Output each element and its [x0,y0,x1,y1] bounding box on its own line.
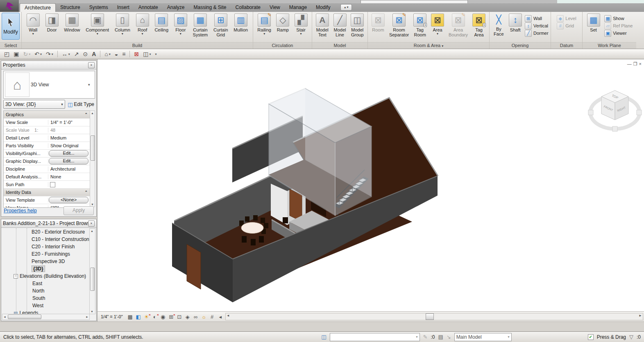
crop-view-icon[interactable]: ⊞× [167,314,175,320]
ribbon-button-area[interactable]: ⊠Area▾ [430,13,445,36]
tab-view[interactable]: View [265,3,285,12]
save-button[interactable]: ▣ [14,51,19,57]
ribbon-button-floor[interactable]: ▨Floor▾ [173,13,188,36]
close-hidden-windows-button[interactable]: ⊠ [134,51,139,57]
type-selector[interactable]: ⌂ 3D View ▾ [3,71,95,99]
panel-label-work-plane[interactable]: Work Plane [583,42,636,49]
undo-button[interactable]: ↶▾ [34,51,42,57]
ribbon-button-show-work-plane[interactable]: ▦Show [604,15,633,22]
browser-horizontal-scrollbar[interactable]: ◄► [2,314,90,320]
ribbon-button-shaft[interactable]: ↕Shaft [508,13,523,33]
property-section-graphics[interactable]: Graphics⌃ [4,111,90,119]
properties-close-icon[interactable]: × [88,62,95,68]
property-row[interactable]: Sun Path [4,181,90,189]
switch-windows-button[interactable]: ◫▾ [143,51,151,57]
panel-label-build[interactable]: Build [22,42,253,49]
ribbon-button-curtain-grid[interactable]: ⊞CurtainGrid [213,13,229,38]
view-template-button[interactable]: <None> [49,197,88,203]
tree-item[interactable]: West [2,302,90,309]
edit-graphic-display-button[interactable]: Edit... [49,158,88,164]
properties-title-bar[interactable]: Properties× [1,61,96,70]
ribbon-button-stair[interactable]: ▞Stair▾ [294,13,308,36]
tag-by-category-button[interactable]: ⊙ [83,51,88,57]
design-options-icon[interactable]: ▤ [438,334,443,340]
revit-app-logo[interactable] [0,0,19,12]
ribbon-button-model-text[interactable]: AModelText [315,13,330,38]
measure-button[interactable]: ↔▾ [62,51,70,57]
ribbon-button-ramp[interactable]: ◇Ramp [275,13,290,33]
tab-annotate[interactable]: Annotate [134,3,163,12]
tab-architecture[interactable]: Architecture [20,3,56,12]
ribbon-button-room-separator[interactable]: ⊠✎RoomSeparator [388,13,410,38]
crop-region-icon[interactable]: ⊡ [175,314,184,320]
ribbon-button-mullion[interactable]: ▥Mullion [233,13,249,33]
sun-path-checkbox[interactable] [50,182,55,187]
type-selector-dropdown-icon[interactable]: ▾ [88,83,95,87]
sun-path-icon[interactable]: ☀× [143,314,151,320]
reveal-hidden-elements-icon[interactable]: ☼ [200,314,208,320]
active-only-icon[interactable]: ↘ [447,334,451,340]
tab-analyze[interactable]: Analyze [163,3,189,12]
viewport-horizontal-scrollbar[interactable]: ◄► [225,313,643,320]
panel-label-room-area[interactable]: Room & Area ▾ [368,42,489,49]
analytical-model-icon[interactable]: # [208,314,216,320]
property-row[interactable]: Visibility/Graphi...Edit... [4,150,90,158]
detail-level-icon[interactable]: ▩ [126,314,134,320]
rendering-icon[interactable]: ◉ [159,314,167,320]
tab-modify[interactable]: Modify [311,3,335,12]
tab-manage[interactable]: Manage [285,3,311,12]
tab-structure[interactable]: Structure [56,3,85,12]
tree-item[interactable]: E20 - Furnishings [2,250,90,258]
press-drag-checkbox[interactable]: ✔ [588,334,594,340]
tree-item[interactable]: C10 - Interior Construction [2,236,90,243]
property-row[interactable]: DisciplineArchitectural [4,165,90,173]
property-row[interactable]: Parts VisibilityShow Original [4,142,90,150]
tree-item[interactable]: Perspective 3D [2,258,90,265]
ribbon-button-column[interactable]: ▯Column▾ [114,13,131,36]
view-window-controls[interactable]: —❐× [627,61,643,67]
properties-scrollbar[interactable]: ▲▼ [90,110,95,207]
drawing-area[interactable]: TOP FRONT RIGHT —❐× 1/4" = 1'-0" ▩ ◧ ☀× … [97,59,644,322]
locked-3d-view-icon[interactable]: ◈ [184,314,192,320]
ribbon-button-roof[interactable]: ⌂Roof▾ [135,13,150,36]
ribbon-button-set[interactable]: ▦Set [586,13,601,33]
ribbon-button-window[interactable]: ▦Window [63,13,81,33]
panel-label-model[interactable]: Model [312,42,367,49]
sync-button[interactable]: ↻▾ [23,51,30,57]
aligned-dimension-button[interactable]: ↗ [74,51,79,57]
property-row[interactable]: View Template<None> [4,196,90,204]
visual-style-icon[interactable]: ◧ [134,314,143,320]
panel-label-opening[interactable]: Opening [490,42,551,49]
scale-label[interactable]: 1/4" = 1'-0" [98,314,126,319]
worksets-icon[interactable]: ◫ [321,334,326,340]
ribbon-button-door[interactable]: ◨Door [45,13,59,33]
tab-systems[interactable]: Systems [85,3,113,12]
ribbon-button-curtain-system[interactable]: ▦CurtainSystem [192,13,209,38]
property-row[interactable]: Detail LevelMedium [4,134,90,142]
properties-help-link[interactable]: Properties help [4,208,37,214]
ribbon-button-ceiling[interactable]: ▤Ceiling [154,13,169,33]
open-button[interactable]: ◰ [4,51,9,57]
tree-item[interactable]: South [2,295,90,302]
shadows-icon[interactable]: ◐× [151,314,159,320]
customize-qat-button[interactable]: ▾ [155,52,156,56]
viewcube[interactable]: TOP FRONT RIGHT [588,90,642,131]
redo-button[interactable]: ↷▾ [46,51,53,57]
ribbon-button-wall-opening[interactable]: ⊞Wall [525,15,549,22]
editing-requests-icon[interactable]: ✎ [423,334,428,340]
ribbon-button-by-face[interactable]: ╳ByFace [492,13,506,37]
entry-door[interactable] [187,244,201,289]
apply-button[interactable]: Apply [63,206,94,215]
default-3d-view-button[interactable]: ⌂▾ [104,51,110,57]
tab-collaborate[interactable]: Collaborate [231,3,265,12]
worksets-combo[interactable]: ▾ [330,333,420,341]
tree-item-3d-selected[interactable]: {3D} [2,265,90,272]
property-row[interactable]: Default Analysis...None [4,173,90,181]
property-section-identity-data[interactable]: Identity Data⌃ [4,189,90,196]
ribbon-button-vertical-opening[interactable]: ↕Vertical [525,22,549,29]
type-combo[interactable]: 3D View: {3D}▾ [3,100,65,109]
tree-item-elevations[interactable]: −Elevations (Building Elevation) [2,272,90,280]
tree-item[interactable]: East [2,280,90,287]
project-browser-close-icon[interactable]: × [88,220,95,227]
ribbon-button-dormer-opening[interactable]: ╱Dormer [525,30,549,36]
